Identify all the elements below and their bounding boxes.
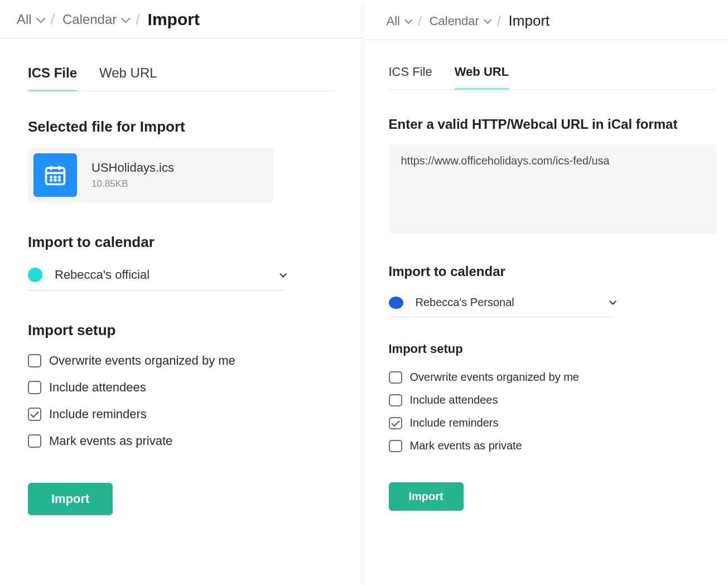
checkbox-icon[interactable]	[28, 434, 41, 448]
file-size: 10.85KB	[91, 178, 174, 190]
import-button[interactable]: Import	[389, 482, 464, 511]
checkbox-option[interactable]: Include attendees	[389, 394, 717, 406]
checkbox-option[interactable]: Overwrite events organized by me	[389, 371, 717, 384]
calendar-name: Rebecca's official	[55, 268, 279, 282]
checkbox-icon[interactable]	[28, 354, 41, 367]
checkbox-label: Include reminders	[49, 407, 147, 422]
url-input-box[interactable]: https://www.officeholidays.com/ics-fed/u…	[389, 144, 717, 234]
breadcrumb-separator: /	[51, 11, 55, 28]
breadcrumb-all[interactable]: All	[387, 14, 410, 28]
breadcrumb-current: Import	[509, 12, 550, 30]
chevron-down-icon	[279, 270, 287, 278]
import-setup-title: Import setup	[28, 322, 336, 339]
checkbox-label: Include attendees	[49, 380, 146, 395]
checkbox-icon[interactable]	[389, 371, 402, 384]
breadcrumb: All / Calendar / Import	[0, 0, 364, 38]
calendar-name: Rebecca's Personal	[416, 296, 609, 309]
svg-point-5	[55, 177, 56, 178]
checkbox-option[interactable]: Mark events as private	[389, 439, 717, 452]
tabs: ICS File Web URL	[389, 60, 717, 90]
import-setup-title: Import setup	[389, 342, 717, 356]
tab-web-url[interactable]: Web URL	[455, 60, 509, 89]
calendar-select[interactable]: Rebecca's official	[28, 263, 285, 290]
checkbox-label: Include reminders	[410, 417, 499, 429]
svg-point-8	[55, 180, 56, 181]
chevron-down-icon	[36, 13, 45, 23]
checkbox-option[interactable]: Include attendees	[28, 380, 336, 395]
checkbox-label: Overwrite events organized by me	[410, 371, 579, 384]
breadcrumb-calendar-label: Calendar	[430, 14, 479, 28]
import-button[interactable]: Import	[28, 483, 113, 515]
breadcrumb-separator: /	[497, 13, 501, 29]
checkbox-label: Mark events as private	[410, 439, 522, 452]
checkbox-label: Include attendees	[410, 394, 498, 406]
chevron-down-icon	[609, 298, 616, 305]
import-calendar-title: Import to calendar	[389, 264, 717, 279]
checkbox-icon[interactable]	[389, 394, 402, 406]
breadcrumb-all-label: All	[17, 12, 32, 27]
tab-ics-file[interactable]: ICS File	[389, 60, 432, 89]
import-calendar-title: Import to calendar	[28, 234, 336, 251]
breadcrumb: All / Calendar / Import	[364, 0, 729, 40]
checkbox-icon[interactable]	[389, 417, 402, 429]
svg-point-4	[51, 177, 52, 178]
checkbox-label: Overwrite events organized by me	[49, 353, 235, 368]
selected-file-title: Selected file for Import	[28, 118, 336, 135]
chevron-down-icon	[404, 16, 412, 23]
import-options: Overwrite events organized by meInclude …	[389, 371, 717, 452]
tab-ics-file[interactable]: ICS File	[28, 61, 77, 91]
svg-point-9	[59, 180, 60, 181]
checkbox-option[interactable]: Overwrite events organized by me	[28, 353, 336, 368]
checkbox-icon[interactable]	[28, 408, 41, 421]
breadcrumb-calendar[interactable]: Calendar	[62, 12, 128, 27]
import-options: Overwrite events organized by meInclude …	[28, 353, 336, 448]
checkbox-label: Mark events as private	[49, 434, 172, 448]
calendar-color-dot	[28, 268, 42, 282]
checkbox-option[interactable]: Include reminders	[389, 417, 717, 429]
chevron-down-icon	[484, 16, 491, 23]
calendar-select[interactable]: Rebecca's Personal	[389, 292, 614, 317]
breadcrumb-all[interactable]: All	[17, 12, 43, 27]
url-section-title: Enter a valid HTTP/Webcal URL in iCal fo…	[389, 117, 717, 132]
calendar-file-icon	[33, 153, 77, 197]
tabs: ICS File Web URL	[28, 61, 336, 91]
checkbox-option[interactable]: Mark events as private	[28, 434, 336, 448]
breadcrumb-calendar-label: Calendar	[62, 12, 117, 27]
breadcrumb-all-label: All	[387, 14, 400, 28]
file-name: USHolidays.ics	[91, 161, 174, 175]
svg-point-6	[59, 177, 60, 178]
chevron-down-icon	[121, 13, 131, 23]
selected-file-tile[interactable]: USHolidays.ics 10.85KB	[28, 148, 273, 202]
breadcrumb-calendar[interactable]: Calendar	[430, 14, 489, 28]
breadcrumb-separator: /	[136, 11, 139, 28]
checkbox-icon[interactable]	[389, 440, 402, 452]
url-input-value[interactable]: https://www.officeholidays.com/ics-fed/u…	[401, 154, 705, 167]
calendar-color-dot	[389, 297, 403, 309]
svg-point-7	[51, 180, 52, 181]
breadcrumb-current: Import	[148, 10, 200, 29]
checkbox-option[interactable]: Include reminders	[28, 407, 336, 422]
tab-web-url[interactable]: Web URL	[99, 61, 157, 91]
breadcrumb-separator: /	[418, 13, 422, 29]
checkbox-icon[interactable]	[28, 381, 41, 394]
